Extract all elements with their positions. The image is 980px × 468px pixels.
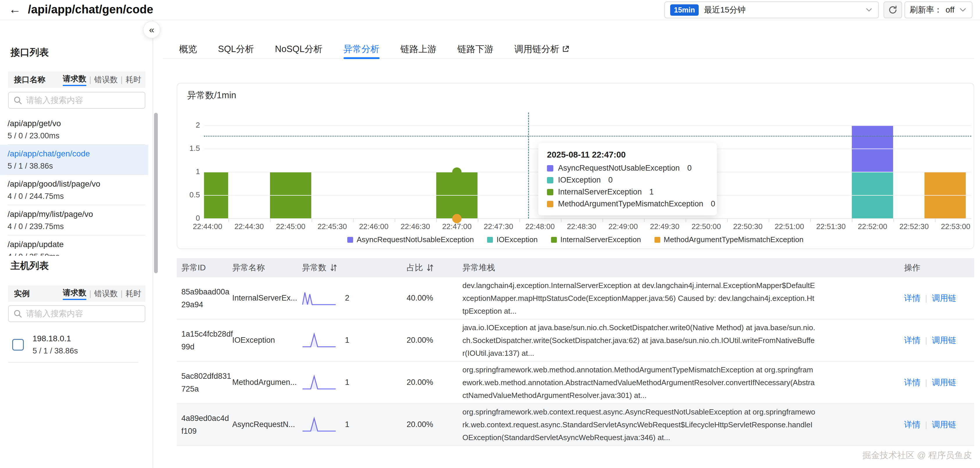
tab-exception-analysis[interactable]: 异常分析 <box>344 40 380 59</box>
exception-name: IOException <box>232 336 302 345</box>
api-stats: 4 / 0 / 244.75ms <box>8 190 148 202</box>
tab-overview[interactable]: 概览 <box>179 40 197 59</box>
host-search-input[interactable] <box>26 309 134 318</box>
x-axis-tick <box>478 219 478 222</box>
table-row: 85a9baad00a29a94 InternalServerEx... 2 4… <box>177 277 974 320</box>
x-axis-tick <box>852 219 853 222</box>
tab-nosql-analysis[interactable]: NoSQL分析 <box>275 40 323 59</box>
sidebar: 接口列表 接口名称 请求数 | 错误数 | 耗时 /api/app/get/vo… <box>0 20 153 468</box>
header-exception-count: 异常数 <box>302 262 326 273</box>
tooltip-series-label: AsyncRequestNotUsableException <box>558 164 680 173</box>
sort-by-errors[interactable]: 错误数 <box>94 288 118 299</box>
tab-bar: 概览 SQL分析 NoSQL分析 异常分析 链路上游 链路下游 调用链分析 <box>163 40 974 59</box>
action-separator: | <box>925 420 927 429</box>
api-list-item[interactable]: /api/app/get/vo 5 / 0 / 23.00ms <box>0 115 148 145</box>
host-list-title: 主机列表 <box>11 259 49 272</box>
api-list-item[interactable]: /api/app/my/list/page/vo 4 / 0 / 239.75m… <box>0 205 148 236</box>
header-actions: 操作 <box>904 262 974 273</box>
x-axis-tick <box>519 219 520 222</box>
y-axis-label: 0 <box>177 214 200 223</box>
x-axis-label: 22:47:30 <box>477 222 520 231</box>
chart-legend: AsyncRequestNotUsableException IOExcepti… <box>177 235 974 244</box>
host-list-item[interactable]: 198.18.0.1 5 / 1 / 38.86s <box>8 328 145 361</box>
x-axis-label: 22:45:30 <box>310 222 354 231</box>
x-axis-label: 22:51:00 <box>768 222 811 231</box>
exception-trend-sparkline <box>302 332 336 349</box>
search-icon <box>13 309 23 318</box>
legend-item[interactable]: InternalServerException <box>551 235 641 244</box>
detail-link[interactable]: 详情 <box>904 335 920 346</box>
detail-link[interactable]: 详情 <box>904 293 920 304</box>
api-path: /api/app/chat/gen/code <box>8 148 148 160</box>
legend-item[interactable]: MethodArgumentTypeMismatchException <box>654 235 803 244</box>
tooltip-row: MethodArgumentTypeMismatchException 0 <box>547 199 708 209</box>
sort-icon[interactable] <box>330 263 337 272</box>
exception-id: 5ac802dfd831725a <box>181 370 232 395</box>
sort-by-requests[interactable]: 请求数 <box>63 288 86 300</box>
legend-item[interactable]: IOException <box>487 235 538 244</box>
detail-link[interactable]: 详情 <box>904 377 920 388</box>
api-list-item-selected[interactable]: /api/app/chat/gen/code 5 / 1 / 38.86s <box>0 145 148 175</box>
exception-ratio: 20.00% <box>407 336 462 345</box>
series-color-swatch <box>547 189 554 195</box>
legend-label: IOException <box>496 235 538 244</box>
sidebar-collapse-button[interactable]: « <box>143 21 161 38</box>
refresh-rate-label: 刷新率： <box>910 4 942 15</box>
series-color-swatch <box>547 165 554 172</box>
tab-trace-analysis-label: 调用链分析 <box>514 41 560 57</box>
x-axis-tick <box>686 219 686 222</box>
exception-chart-card: 异常数/1min 2025-08-11 22:47:00 AsyncReques… <box>177 83 974 249</box>
legend-item[interactable]: AsyncRequestNotUsableException <box>347 235 474 244</box>
series-color-swatch <box>547 201 554 207</box>
y-axis-label: 1 <box>177 167 200 176</box>
tab-trace-analysis[interactable]: 调用链分析 <box>514 40 570 59</box>
exception-id: 4a89ed0ac4df109 <box>181 412 232 438</box>
detail-link[interactable]: 详情 <box>904 419 920 430</box>
x-axis-tick <box>893 219 894 222</box>
action-separator: | <box>925 336 927 345</box>
trace-link[interactable]: 调用链 <box>932 335 956 346</box>
x-axis-label: 22:52:00 <box>851 222 894 231</box>
list-divider <box>8 362 138 363</box>
exception-ratio: 40.00% <box>407 294 462 302</box>
table-row: 1a15c4fcb28df99d IOException 1 20.00% ja… <box>177 320 974 361</box>
host-checkbox[interactable] <box>12 339 24 350</box>
back-arrow-icon[interactable]: ← <box>9 2 21 16</box>
x-axis-label: 22:51:30 <box>809 222 853 231</box>
trace-link[interactable]: 调用链 <box>932 419 956 430</box>
tooltip-series-value: 0 <box>608 175 612 185</box>
sidebar-scrollbar[interactable] <box>154 113 158 273</box>
exception-trend-sparkline <box>302 290 336 306</box>
tooltip-series-value: 1 <box>649 188 654 196</box>
trace-link[interactable]: 调用链 <box>932 377 956 388</box>
api-list-item[interactable]: /api/app/good/list/page/vo 4 / 0 / 244.7… <box>0 175 148 205</box>
sort-by-latency[interactable]: 耗时 <box>126 288 141 299</box>
exception-stack-trace: dev.langchain4j.exception.InternalServer… <box>462 279 816 317</box>
trace-link[interactable]: 调用链 <box>932 293 956 304</box>
sort-icon[interactable] <box>426 263 434 272</box>
refresh-rate-value: off <box>945 5 955 14</box>
time-range-select[interactable]: 15min 最近15分钟 <box>664 2 879 18</box>
sort-by-errors[interactable]: 错误数 <box>94 75 118 85</box>
x-axis-tick <box>561 219 562 222</box>
exception-count: 2 <box>345 294 349 302</box>
page-title: /api/app/chat/gen/code <box>28 3 153 16</box>
x-axis-tick <box>603 219 603 222</box>
tab-sql-analysis[interactable]: SQL分析 <box>218 40 254 59</box>
top-bar: ← /api/app/chat/gen/code 15min 最近15分钟 刷新… <box>0 0 980 20</box>
sort-by-latency[interactable]: 耗时 <box>126 75 141 85</box>
x-axis-label: 22:49:30 <box>643 222 686 231</box>
x-axis-label: 22:46:00 <box>352 222 396 231</box>
x-axis-label: 22:50:30 <box>726 222 770 231</box>
tab-downstream[interactable]: 链路下游 <box>457 40 493 59</box>
table-row: 5ac802dfd831725a MethodArgumen... 1 20.0… <box>177 361 974 404</box>
refresh-button[interactable] <box>883 2 902 18</box>
header-exception-name: 异常名称 <box>232 262 302 273</box>
host-stats: 5 / 1 / 38.86s <box>33 345 78 357</box>
refresh-rate-select[interactable]: 刷新率： off <box>904 2 972 18</box>
api-search-input[interactable] <box>26 96 134 105</box>
exception-count: 1 <box>345 420 349 429</box>
api-list-item[interactable]: /api/app/update 4 / 0 / 35.50ms <box>0 236 148 256</box>
tab-upstream[interactable]: 链路上游 <box>401 40 436 59</box>
sort-by-requests[interactable]: 请求数 <box>63 73 86 86</box>
